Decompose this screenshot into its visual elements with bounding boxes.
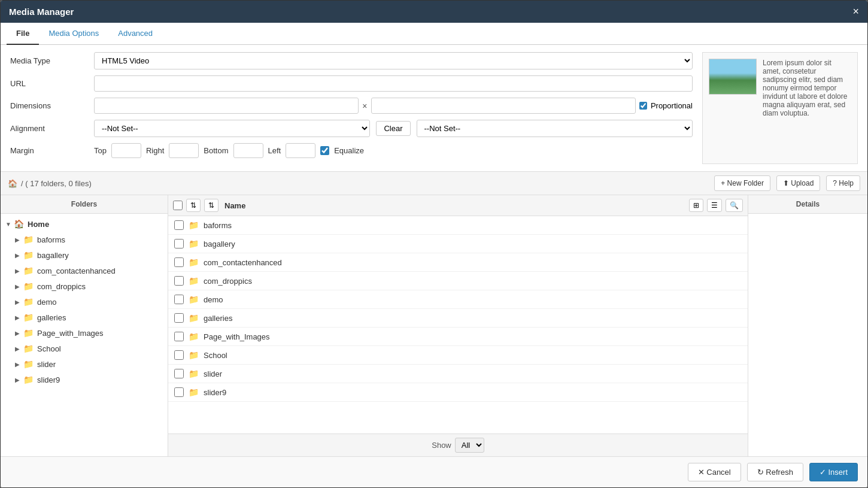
alignment-select2[interactable]: --Not Set-- [417,120,693,137]
tab-bar: File Media Options Advanced [1,23,867,45]
file-checkbox-bagallery[interactable] [174,239,184,248]
page-with-images-folder-icon: 📁 [23,328,34,338]
tree-item-slider[interactable]: ▶ 📁 slider [1,356,168,372]
modal-header: Media Manager × [1,1,867,23]
media-type-select[interactable]: HTML5 Video [94,52,693,69]
preview-text: Lorem ipsum dolor sit amet, consetetur s… [763,59,851,157]
options-area: Media Type HTML5 Video URL Dimensions [1,45,867,172]
slider9-arrow: ▶ [15,377,23,383]
tree-item-baforms[interactable]: ▶ 📁 baforms [1,232,168,247]
tree-item-page-with-images[interactable]: ▶ 📁 Page_with_Images [1,325,168,341]
files-footer: Show All [168,434,748,456]
file-checkbox-slider[interactable] [174,369,184,378]
list-item[interactable]: 📁 bagallery [168,235,748,253]
tree-item-bagallery[interactable]: ▶ 📁 bagallery [1,247,168,263]
file-name-page-with-images: Page_with_Images [204,332,270,341]
list-item[interactable]: 📁 slider9 [168,383,748,402]
tree-item-home[interactable]: ▼ 🏠 Home [1,216,168,232]
file-checkbox-school[interactable] [174,350,184,360]
margin-left-input[interactable] [286,143,315,158]
refresh-button[interactable]: ↻ Refresh [747,463,803,481]
margin-right-input[interactable] [169,143,199,158]
name-column-header: Name [224,201,685,210]
close-button[interactable]: × [852,5,859,18]
tab-media-options[interactable]: Media Options [39,23,108,45]
list-item[interactable]: 📁 demo [168,290,748,309]
folder-tree: ▼ 🏠 Home ▶ 📁 baforms ▶ 📁 bagallery ▶ 📁 [1,214,168,390]
file-checkbox-com-contactenhanced[interactable] [174,257,184,267]
url-input[interactable] [94,75,693,92]
clear-button[interactable]: Clear [376,121,410,136]
tree-item-com-contactenhanced[interactable]: ▶ 📁 com_contactenhanced [1,263,168,278]
details-panel: Details [748,195,867,456]
alignment-row: Alignment --Not Set-- Clear --Not Set-- [10,120,693,137]
galleries-folder-icon: 📁 [23,313,34,322]
list-item[interactable]: 📁 Page_with_Images [168,328,748,346]
upload-button[interactable]: ⬆ Upload [776,175,820,191]
tree-item-com-droppics-label: com_droppics [37,282,86,291]
list-item[interactable]: 📁 com_contactenhanced [168,253,748,272]
options-form: Media Type HTML5 Video URL Dimensions [10,52,693,164]
file-folder-icon-galleries: 📁 [189,313,199,323]
list-item[interactable]: 📁 com_droppics [168,272,748,290]
school-folder-icon: 📁 [23,344,34,353]
tab-file[interactable]: File [7,23,39,45]
proportional-checkbox[interactable] [639,101,647,110]
show-label: Show [432,441,451,450]
list-item[interactable]: 📁 School [168,346,748,365]
proportional-label: Proportional [651,101,693,110]
path-text: / ( 17 folders, 0 files) [21,179,92,188]
com-contactenhanced-arrow: ▶ [15,268,23,274]
file-checkbox-page-with-images[interactable] [174,332,184,341]
file-checkbox-galleries[interactable] [174,313,184,323]
tree-item-home-label: Home [28,220,49,229]
file-name-slider: slider [204,369,222,378]
margin-row: Margin Top Right Bottom Left Equalize [10,143,693,158]
sort-button-2[interactable]: ⇅ [204,199,218,212]
file-checkbox-demo[interactable] [174,295,184,304]
file-checkbox-slider9[interactable] [174,387,184,397]
list-item[interactable]: 📁 baforms [168,216,748,235]
show-select[interactable]: All [455,438,484,453]
tree-item-page-with-images-label: Page_with_Images [37,329,104,338]
tree-item-galleries[interactable]: ▶ 📁 galleries [1,310,168,325]
school-arrow: ▶ [15,345,23,352]
cancel-button[interactable]: ✕ Cancel [688,463,741,481]
file-checkbox-baforms[interactable] [174,220,184,230]
tree-item-slider9[interactable]: ▶ 📁 slider9 [1,372,168,387]
list-item[interactable]: 📁 galleries [168,309,748,328]
dimensions-width-input[interactable] [94,98,359,114]
sort-button-1[interactable]: ⇅ [186,199,201,212]
tree-item-baforms-label: baforms [37,235,65,244]
help-button[interactable]: ? Help [826,175,860,191]
margin-top-input[interactable] [111,143,141,158]
browser-actions: + New Folder ⬆ Upload ? Help [714,175,860,191]
dimensions-times: × [362,101,367,111]
insert-button[interactable]: ✓ Insert [809,463,858,481]
list-view-button[interactable]: ☰ [707,199,722,212]
file-name-slider9: slider9 [204,388,226,397]
tree-item-com-droppics[interactable]: ▶ 📁 com_droppics [1,278,168,294]
list-item[interactable]: 📁 slider [168,365,748,383]
tree-item-school[interactable]: ▶ 📁 School [1,341,168,356]
baforms-folder-icon: 📁 [23,235,34,244]
margin-bottom-input[interactable] [233,143,263,158]
select-all-checkbox[interactable] [173,201,183,210]
url-row: URL [10,75,693,92]
dimensions-height-input[interactable] [371,98,636,114]
page-with-images-arrow: ▶ [15,330,23,337]
folders-panel-header: Folders [1,195,168,214]
file-name-bagallery: bagallery [204,240,235,248]
grid-view-button[interactable]: ⊞ [689,199,703,212]
dimensions-label: Dimensions [10,101,94,110]
browser-path: 🏠 / ( 17 folders, 0 files) [8,179,92,188]
dimensions-control: × Proportional [94,98,693,114]
alignment-select[interactable]: --Not Set-- [94,120,370,137]
tree-item-com-contactenhanced-label: com_contactenhanced [37,266,116,275]
tab-advanced[interactable]: Advanced [108,23,162,45]
search-button[interactable]: 🔍 [726,199,743,212]
equalize-checkbox[interactable] [320,146,329,155]
tree-item-demo[interactable]: ▶ 📁 demo [1,294,168,310]
new-folder-button[interactable]: + New Folder [714,175,770,191]
file-checkbox-com-droppics[interactable] [174,276,184,286]
